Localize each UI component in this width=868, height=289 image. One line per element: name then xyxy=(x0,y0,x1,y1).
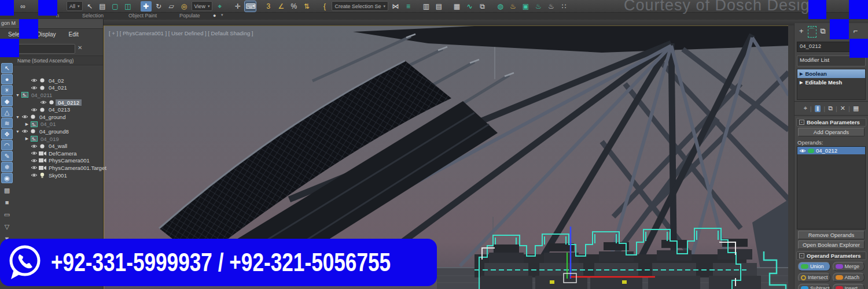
rail-page-icon[interactable]: ▭ xyxy=(1,209,13,220)
link-constraint-icon[interactable]: ∞ xyxy=(17,1,28,12)
eye-icon[interactable] xyxy=(31,107,38,113)
rail-spacewarp-icon[interactable]: ❖ xyxy=(1,129,13,139)
explorer-row[interactable]: ▼04_ground xyxy=(14,113,104,121)
utilities-tab-icon[interactable]: ⌐ xyxy=(854,27,858,37)
explorer-row[interactable]: ▼04_ground8 xyxy=(14,128,104,135)
rail-square-icon[interactable]: ■ xyxy=(1,197,13,208)
intersect-button[interactable]: Intersect xyxy=(798,273,830,282)
expand-down-icon[interactable]: ▼ xyxy=(14,129,21,134)
hierarchy-tab-icon[interactable]: ⧉ xyxy=(821,27,826,37)
schematic-view-icon[interactable]: ⧉ xyxy=(477,1,488,12)
spinner-snap-icon[interactable]: ⇅ xyxy=(301,1,312,12)
boolean-parameters-rollout[interactable]: - Boolean Parameters xyxy=(796,118,866,127)
pin-stack-icon[interactable]: ⌖ xyxy=(804,105,807,112)
use-pivot-center-icon[interactable]: ⌖ xyxy=(214,1,225,12)
ribbon-overflow-icon[interactable]: ● xyxy=(213,13,216,18)
expand-right-icon[interactable]: ▶ xyxy=(24,136,30,141)
rail-camera-icon[interactable]: ◆ xyxy=(1,96,13,106)
rail-bone-icon[interactable]: ◠ xyxy=(1,140,13,150)
eye-icon[interactable] xyxy=(21,128,28,134)
snaps-toggle-icon[interactable]: 3 xyxy=(263,1,274,12)
operand-parameters-rollout[interactable]: - Operand Parameters xyxy=(796,251,866,260)
rail-hidden-icon[interactable]: ◉ xyxy=(1,173,13,183)
attach-button[interactable]: Attach xyxy=(833,273,865,282)
ribbon-tab-selection[interactable]: Selection xyxy=(82,13,104,18)
explorer-row[interactable]: 04_0212 xyxy=(14,99,104,106)
explorer-row[interactable]: 04_021 xyxy=(14,84,104,92)
render-iterative-icon[interactable]: ♨ xyxy=(546,1,557,12)
explorer-row[interactable]: PhysCamera001.Target xyxy=(14,164,104,172)
reference-coordinate-dropdown[interactable]: View▾ xyxy=(192,1,213,11)
open-boolean-explorer-button[interactable]: Open Boolean Explorer xyxy=(798,240,865,249)
toggle-ribbon-icon[interactable]: ▦ xyxy=(451,1,462,12)
align-icon[interactable]: ≡ xyxy=(403,1,414,12)
add-operands-button[interactable]: Add Operands xyxy=(798,128,865,136)
rail-shape-icon[interactable]: △ xyxy=(1,107,13,117)
explorer-row[interactable]: 04_02 xyxy=(14,77,104,84)
explorer-row[interactable]: ▶04_019 xyxy=(14,135,104,143)
rail-frozen-icon[interactable]: ❄ xyxy=(1,162,13,172)
select-and-move-icon[interactable]: ✚ xyxy=(141,1,152,12)
panel-divider[interactable] xyxy=(788,25,794,289)
viewport-label[interactable]: [ + ] [ PhysCamera001 ] [ User Defined ]… xyxy=(109,30,253,36)
menu-edit[interactable]: Edit xyxy=(69,31,79,43)
select-and-rotate-icon[interactable]: ↻ xyxy=(153,1,164,12)
modify-tab-icon[interactable]: ⌒ xyxy=(808,27,816,37)
select-by-name-icon[interactable]: ▤ xyxy=(97,1,108,12)
expand-icon[interactable]: ▶ xyxy=(800,80,803,85)
create-tab-icon[interactable]: + xyxy=(799,27,804,37)
eye-icon[interactable] xyxy=(31,143,38,149)
material-editor-icon[interactable]: ◍ xyxy=(495,1,506,12)
collapse-icon[interactable]: - xyxy=(799,120,804,125)
rail-helper-icon[interactable]: ≋ xyxy=(1,118,13,128)
merge-button[interactable]: Merge xyxy=(833,262,865,271)
show-end-result-icon[interactable]: ‖ xyxy=(815,105,821,112)
rail-pencil-icon[interactable]: ✎ xyxy=(1,151,13,161)
explorer-row[interactable]: ▶04_01 xyxy=(14,121,104,128)
ribbon-tab-populate[interactable]: Populate xyxy=(179,13,200,18)
ribbon-tab-object-paint[interactable]: Object Paint xyxy=(128,13,157,18)
remove-operands-button[interactable]: Remove Operands xyxy=(798,231,865,239)
toggle-layer-explorer-icon[interactable]: ▤ xyxy=(433,1,444,12)
eye-icon[interactable] xyxy=(31,165,38,171)
rail-light-icon[interactable]: ☀ xyxy=(1,85,13,95)
stack-item-boolean[interactable]: ▶ Boolean xyxy=(797,69,865,78)
eye-icon[interactable] xyxy=(31,150,38,156)
expand-down-icon[interactable]: ▼ xyxy=(14,93,21,97)
explorer-row[interactable]: 04_0213 xyxy=(14,106,104,113)
scene-explorer-title[interactable]: gon M xyxy=(0,19,103,29)
explorer-row[interactable]: DefCamera xyxy=(14,150,104,157)
angle-snap-icon[interactable]: ∠ xyxy=(275,1,286,12)
explorer-row[interactable]: PhysCamera001 xyxy=(14,157,104,165)
eye-icon[interactable] xyxy=(31,158,38,164)
union-button[interactable]: Union xyxy=(798,262,830,271)
percent-snap-icon[interactable]: % xyxy=(288,1,299,12)
selection-filter-dropdown[interactable]: All▾ xyxy=(67,1,83,11)
select-object-icon[interactable]: ↖ xyxy=(84,1,95,12)
keyboard-override-icon[interactable]: ⌨ xyxy=(245,1,256,12)
eye-icon[interactable] xyxy=(31,85,38,91)
mirror-icon[interactable]: ⋈ xyxy=(390,1,401,12)
eye-icon[interactable] xyxy=(31,77,38,83)
search-clear-icon[interactable]: ✕ xyxy=(78,45,82,51)
operands-list[interactable]: 04_0212 xyxy=(797,146,866,229)
eye-icon[interactable] xyxy=(799,148,806,154)
named-selection-sets-icon[interactable]: { xyxy=(319,1,330,12)
named-selection-set-dropdown[interactable]: Create Selection Se▾ xyxy=(332,1,388,11)
explorer-row[interactable]: ▼04_0211 xyxy=(14,91,104,99)
render-production-icon[interactable]: ♨ xyxy=(533,1,544,12)
explorer-row[interactable]: Sky001 xyxy=(14,172,104,179)
menu-display[interactable]: Display xyxy=(37,31,56,43)
rect-selection-region-icon[interactable]: ▢ xyxy=(110,1,121,12)
select-and-manipulate-icon[interactable]: ✛ xyxy=(232,1,243,12)
insert-button[interactable]: Insert xyxy=(833,284,865,289)
stack-item-editable-mesh[interactable]: ▶ Editable Mesh xyxy=(797,78,865,87)
eye-icon[interactable] xyxy=(21,114,28,120)
explorer-row[interactable]: 04_wall xyxy=(14,142,104,150)
expand-down-icon[interactable]: ▼ xyxy=(14,115,21,119)
select-and-scale-icon[interactable]: ▱ xyxy=(166,1,177,12)
toggle-scene-explorer-icon[interactable]: ▥ xyxy=(421,1,432,12)
make-unique-icon[interactable]: ⧉ xyxy=(828,105,833,112)
rendered-frame-icon[interactable]: ▣ xyxy=(520,1,531,12)
rail-select-icon[interactable]: ↖ xyxy=(1,63,13,73)
